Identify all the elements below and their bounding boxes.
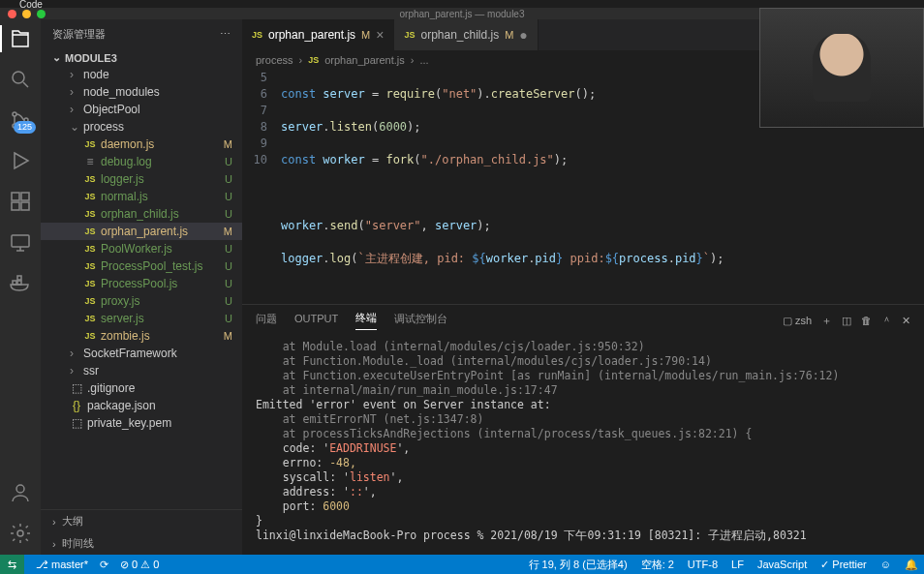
feedback-icon[interactable]: ☺ xyxy=(880,559,891,570)
git-branch[interactable]: ⎇ master* xyxy=(36,559,88,571)
file-item[interactable]: JSProcessPool.jsU xyxy=(41,275,242,292)
file-item[interactable]: {}package.json xyxy=(41,397,242,414)
close-window-icon[interactable] xyxy=(8,10,16,18)
line-gutter: 5678910 xyxy=(242,70,281,300)
eol[interactable]: LF xyxy=(731,559,744,570)
close-tab-icon[interactable]: × xyxy=(376,27,384,43)
remote-explorer-icon[interactable] xyxy=(9,230,32,254)
root-label: MODULE3 xyxy=(65,52,117,64)
git-status-badge: U xyxy=(225,295,242,307)
terminal-shell-selector[interactable]: ▢ zsh xyxy=(783,315,812,327)
folder-item[interactable]: ›ObjectPool xyxy=(41,101,242,118)
file-item[interactable]: JSorphan_parent.jsM xyxy=(41,223,242,240)
more-icon[interactable]: ⋯ xyxy=(220,28,231,41)
file-label: server.js xyxy=(101,312,144,325)
svg-point-13 xyxy=(17,530,23,536)
panel-tab-debug-console[interactable]: 调试控制台 xyxy=(394,312,447,330)
settings-gear-icon[interactable] xyxy=(9,522,32,545)
remote-indicator-icon[interactable]: ⇆ xyxy=(0,555,24,574)
maximize-panel-icon[interactable]: ＾ xyxy=(881,314,892,328)
extensions-icon[interactable] xyxy=(9,190,32,213)
file-item[interactable]: JSproxy.jsU xyxy=(41,292,242,310)
editor-tab[interactable]: JSorphan_child.js M● xyxy=(394,19,538,50)
chevron-right-icon: › xyxy=(70,85,79,99)
file-item[interactable]: JSserver.jsU xyxy=(41,310,242,327)
notifications-icon[interactable]: 🔔 xyxy=(905,559,918,571)
file-item[interactable]: JSdaemon.jsM xyxy=(41,136,242,153)
git-status-badge: U xyxy=(225,243,242,255)
file-label: package.json xyxy=(87,399,156,412)
panel-tab-output[interactable]: OUTPUT xyxy=(294,313,338,328)
breadcrumb-item[interactable]: ... xyxy=(419,54,428,66)
file-item[interactable]: JSPoolWorker.jsU xyxy=(41,240,242,257)
file-item[interactable]: ≡debug.logU xyxy=(41,153,242,170)
file-label: node_modules xyxy=(83,85,160,99)
file-label: orphan_parent.js xyxy=(101,225,188,238)
file-label: node xyxy=(83,68,109,81)
timeline-label: 时间线 xyxy=(62,536,94,551)
search-icon[interactable] xyxy=(9,68,32,91)
minimize-window-icon[interactable] xyxy=(22,10,31,18)
language-mode[interactable]: JavaScript xyxy=(757,559,807,570)
file-label: ProcessPool.js xyxy=(101,277,177,290)
folder-item[interactable]: ›node xyxy=(41,66,242,83)
file-label: ProcessPool_test.js xyxy=(101,259,202,273)
timeline-section[interactable]: ›时间线 xyxy=(41,532,242,555)
file-item[interactable]: JSzombie.jsM xyxy=(41,327,242,345)
log-file-icon: ≡ xyxy=(83,155,97,168)
folder-root[interactable]: ⌄ MODULE3 xyxy=(41,49,242,66)
problems-indicator[interactable]: ⊘ 0 ⚠ 0 xyxy=(120,559,159,571)
editor-tab[interactable]: JSorphan_parent.js M× xyxy=(242,19,394,50)
file-item[interactable]: JSnormal.jsU xyxy=(41,188,242,205)
svg-point-0 xyxy=(13,72,24,83)
file-label: ObjectPool xyxy=(83,103,140,116)
folder-item[interactable]: ›SocketFramework xyxy=(41,345,242,362)
folder-item[interactable]: ›ssr xyxy=(41,362,242,379)
git-status-badge: U xyxy=(225,173,242,185)
close-panel-icon[interactable]: ✕ xyxy=(902,315,910,327)
folder-item[interactable]: ›node_modules xyxy=(41,83,242,101)
indentation[interactable]: 空格: 2 xyxy=(641,558,674,572)
prettier-status[interactable]: ✓ Prettier xyxy=(820,559,867,571)
explorer-title: 资源管理器 xyxy=(52,27,106,42)
source-control-icon[interactable]: 125 xyxy=(9,108,32,132)
zoom-window-icon[interactable] xyxy=(37,10,46,18)
panel-tabs: 问题 OUTPUT 终端 调试控制台 ▢ zsh ＋ ◫ 🗑 ＾ ✕ xyxy=(242,305,924,336)
js-file-icon: JS xyxy=(83,227,97,236)
file-item[interactable]: JSProcessPool_test.jsU xyxy=(41,257,242,275)
explorer-icon[interactable] xyxy=(9,27,32,50)
bottom-panel: 问题 OUTPUT 终端 调试控制台 ▢ zsh ＋ ◫ 🗑 ＾ ✕ at Mo… xyxy=(242,304,924,555)
encoding[interactable]: UTF-8 xyxy=(688,559,718,570)
outline-section[interactable]: ›大纲 xyxy=(41,510,242,532)
panel-tab-problems[interactable]: 问题 xyxy=(256,312,277,330)
file-item[interactable]: JSorphan_child.jsU xyxy=(41,205,242,223)
file-item[interactable]: ⬚private_key.pem xyxy=(41,414,242,432)
run-debug-icon[interactable] xyxy=(9,149,32,172)
breadcrumb-item[interactable]: process xyxy=(256,54,293,66)
terminal-output[interactable]: at Module.load (internal/modules/cjs/loa… xyxy=(242,336,924,555)
file-label: zombie.js xyxy=(101,329,150,343)
modified-dot-icon: ● xyxy=(519,27,527,43)
kill-terminal-icon[interactable]: 🗑 xyxy=(861,315,872,326)
breadcrumb-item[interactable]: orphan_parent.js xyxy=(324,54,405,66)
file-label: orphan_child.js xyxy=(101,207,179,221)
file-item[interactable]: JSlogger.jsU xyxy=(41,170,242,188)
file-label: .gitignore xyxy=(87,381,135,395)
folder-item[interactable]: ⌄process xyxy=(41,118,242,136)
svg-rect-5 xyxy=(21,193,29,200)
svg-rect-11 xyxy=(17,276,21,280)
docker-icon[interactable] xyxy=(9,271,32,294)
split-terminal-icon[interactable]: ◫ xyxy=(842,315,851,327)
traffic-lights[interactable] xyxy=(8,10,46,18)
account-icon[interactable] xyxy=(9,481,32,504)
file-item[interactable]: ⬚.gitignore xyxy=(41,379,242,397)
sync-icon[interactable]: ⟳ xyxy=(100,559,108,571)
js-file-icon: JS xyxy=(83,244,97,254)
chevron-right-icon: › xyxy=(52,538,56,550)
git-status-badge: U xyxy=(225,208,242,220)
js-file-icon: JS xyxy=(83,331,97,341)
new-terminal-icon[interactable]: ＋ xyxy=(821,314,832,328)
cursor-position[interactable]: 行 19, 列 8 (已选择4) xyxy=(529,558,628,572)
panel-tab-terminal[interactable]: 终端 xyxy=(355,311,377,330)
file-label: debug.log xyxy=(101,155,152,168)
